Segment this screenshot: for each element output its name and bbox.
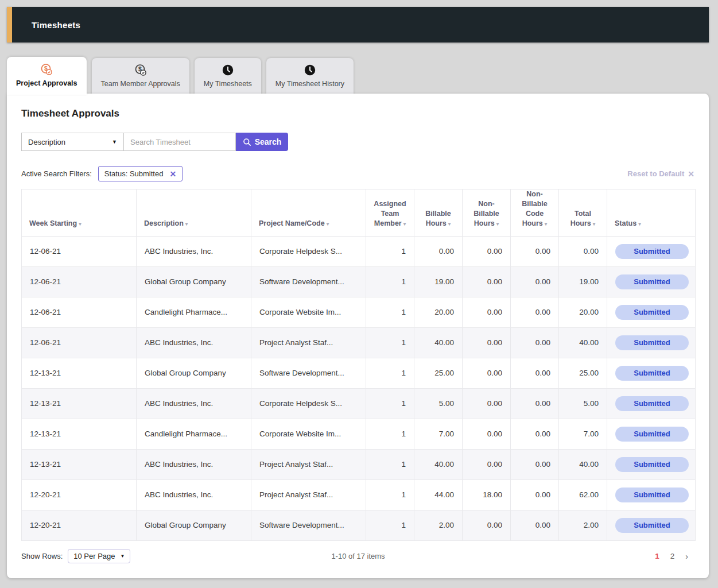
reset-label: Reset to Default bbox=[627, 169, 684, 178]
cell-non-billable-code: 0.00 bbox=[511, 449, 559, 479]
cell-week-starting: 12-06-21 bbox=[22, 297, 137, 327]
column-header-billable-hours[interactable]: Billable Hours▾ bbox=[414, 189, 463, 237]
column-header-week-starting[interactable]: Week Starting▾ bbox=[22, 189, 137, 237]
column-header-status[interactable]: Status▾ bbox=[607, 189, 696, 237]
column-header-project-name-code[interactable]: Project Name/Code▾ bbox=[251, 189, 366, 237]
cell-status: Submitted bbox=[607, 388, 696, 419]
tab-project-approvals[interactable]: $ Project Approvals bbox=[7, 57, 87, 95]
search-button-label: Search bbox=[255, 137, 282, 146]
page-header: Timesheets bbox=[7, 7, 709, 42]
column-header-assigned-team-member[interactable]: Assigned Team Member▾ bbox=[366, 189, 414, 237]
tab-label: Team Member Approvals bbox=[101, 80, 180, 88]
cell-description: Global Group Company bbox=[137, 358, 251, 388]
cell-billable: 25.00 bbox=[414, 358, 463, 388]
status-badge[interactable]: Submitted bbox=[615, 305, 689, 320]
column-header-total-hours[interactable]: Total Hours▾ bbox=[559, 189, 607, 237]
cell-project: Software Development... bbox=[251, 510, 366, 540]
cell-description: Candlelight Pharmace... bbox=[137, 419, 251, 449]
status-badge[interactable]: Submitted bbox=[615, 457, 689, 472]
cell-billable: 20.00 bbox=[414, 297, 463, 327]
tab-my-timesheet-history[interactable]: My Timesheet History bbox=[266, 58, 354, 95]
rows-per-page-select[interactable]: 10 Per Page ▼ bbox=[68, 549, 130, 563]
column-header-description[interactable]: Description▾ bbox=[137, 189, 251, 237]
page-button-2[interactable]: 2 bbox=[670, 552, 675, 560]
status-badge[interactable]: Submitted bbox=[615, 366, 689, 381]
table-row[interactable]: 12-13-21ABC Industries, Inc.Corporate He… bbox=[22, 388, 696, 419]
cell-non-billable: 0.00 bbox=[463, 327, 511, 358]
sort-icon: ▾ bbox=[545, 221, 548, 227]
cell-non-billable-code: 0.00 bbox=[511, 510, 559, 540]
cell-assigned: 1 bbox=[366, 266, 414, 297]
cell-non-billable: 0.00 bbox=[463, 358, 511, 388]
cell-total: 7.00 bbox=[559, 419, 607, 449]
status-badge[interactable]: Submitted bbox=[615, 518, 689, 533]
column-header-non-billable-code-hours[interactable]: Non-Billable Code Hours▾ bbox=[511, 189, 559, 237]
sort-icon: ▾ bbox=[593, 221, 596, 227]
cell-billable: 44.00 bbox=[414, 479, 463, 510]
table-row[interactable]: 12-06-21Candlelight Pharmace...Corporate… bbox=[22, 297, 696, 327]
cell-billable: 7.00 bbox=[414, 419, 463, 449]
table-row[interactable]: 12-06-21Global Group CompanySoftware Dev… bbox=[22, 266, 696, 297]
search-input[interactable] bbox=[124, 133, 236, 151]
cell-non-billable: 18.00 bbox=[463, 479, 511, 510]
cell-week-starting: 12-13-21 bbox=[22, 449, 137, 479]
cell-assigned: 1 bbox=[366, 388, 414, 419]
cell-total: 62.00 bbox=[559, 479, 607, 510]
sort-icon: ▾ bbox=[448, 221, 451, 227]
cell-assigned: 1 bbox=[366, 236, 414, 266]
pagination: 1 2 › bbox=[655, 552, 695, 561]
active-filters-row: Active Search Filters: Status: Submitted… bbox=[21, 166, 694, 181]
clock-icon bbox=[221, 63, 235, 77]
reset-icon: ✕ bbox=[688, 169, 694, 179]
cell-project: Corporate Helpdesk S... bbox=[251, 236, 366, 266]
cell-total: 5.00 bbox=[559, 388, 607, 419]
search-button[interactable]: Search bbox=[236, 133, 288, 151]
cell-billable: 0.00 bbox=[414, 236, 463, 266]
cell-assigned: 1 bbox=[366, 479, 414, 510]
sort-icon: ▾ bbox=[496, 221, 499, 227]
cell-project: Corporate Website Im... bbox=[251, 419, 366, 449]
tab-team-member-approvals[interactable]: $ Team Member Approvals bbox=[92, 58, 189, 95]
column-header-non-billable-hours[interactable]: Non-Billable Hours▾ bbox=[463, 189, 511, 237]
table-row[interactable]: 12-06-21ABC Industries, Inc.Project Anal… bbox=[22, 327, 696, 358]
status-badge[interactable]: Submitted bbox=[615, 244, 689, 259]
status-badge[interactable]: Submitted bbox=[615, 488, 689, 502]
table-row[interactable]: 12-13-21ABC Industries, Inc.Project Anal… bbox=[22, 449, 696, 479]
timesheet-approvals-panel: Timesheet Approvals Description ▼ Search… bbox=[7, 94, 709, 578]
cell-status: Submitted bbox=[607, 479, 696, 510]
cell-project: Software Development... bbox=[251, 358, 366, 388]
status-badge[interactable]: Submitted bbox=[615, 335, 689, 350]
dollar-check-icon: $ bbox=[40, 63, 53, 76]
cell-billable: 2.00 bbox=[414, 510, 463, 540]
cell-description: ABC Industries, Inc. bbox=[137, 327, 251, 358]
table-row[interactable]: 12-13-21Candlelight Pharmace...Corporate… bbox=[22, 419, 696, 449]
table-row[interactable]: 12-13-21Global Group CompanySoftware Dev… bbox=[22, 358, 696, 388]
table-footer: Show Rows: 10 Per Page ▼ 1-10 of 17 item… bbox=[21, 548, 695, 564]
search-field-value: Description bbox=[28, 138, 65, 146]
next-page-icon[interactable]: › bbox=[685, 552, 688, 561]
status-badge[interactable]: Submitted bbox=[615, 396, 689, 411]
cell-total: 25.00 bbox=[559, 358, 607, 388]
page-button-1[interactable]: 1 bbox=[655, 552, 659, 560]
search-field-select[interactable]: Description ▼ bbox=[21, 133, 124, 151]
table-row[interactable]: 12-20-21ABC Industries, Inc.Project Anal… bbox=[22, 479, 696, 510]
tab-label: Project Approvals bbox=[16, 79, 77, 87]
status-badge[interactable]: Submitted bbox=[615, 427, 689, 442]
cell-status: Submitted bbox=[607, 449, 696, 479]
cell-week-starting: 12-20-21 bbox=[22, 510, 137, 540]
table-row[interactable]: 12-20-21Global Group CompanySoftware Dev… bbox=[22, 510, 696, 540]
cell-non-billable-code: 0.00 bbox=[511, 419, 559, 449]
clock-icon bbox=[303, 63, 317, 77]
remove-filter-icon[interactable]: ✕ bbox=[169, 170, 176, 178]
tab-label: My Timesheet History bbox=[275, 80, 344, 88]
status-badge[interactable]: Submitted bbox=[615, 274, 689, 289]
cell-assigned: 1 bbox=[366, 449, 414, 479]
cell-description: Global Group Company bbox=[137, 266, 251, 297]
tab-my-timesheets[interactable]: My Timesheets bbox=[195, 58, 261, 95]
cell-total: 2.00 bbox=[559, 510, 607, 540]
table-row[interactable]: 12-06-21ABC Industries, Inc.Corporate He… bbox=[22, 236, 696, 266]
cell-non-billable-code: 0.00 bbox=[511, 358, 559, 388]
cell-non-billable: 0.00 bbox=[463, 297, 511, 327]
cell-non-billable-code: 0.00 bbox=[511, 297, 559, 327]
reset-to-default-link[interactable]: Reset to Default ✕ bbox=[627, 169, 694, 179]
